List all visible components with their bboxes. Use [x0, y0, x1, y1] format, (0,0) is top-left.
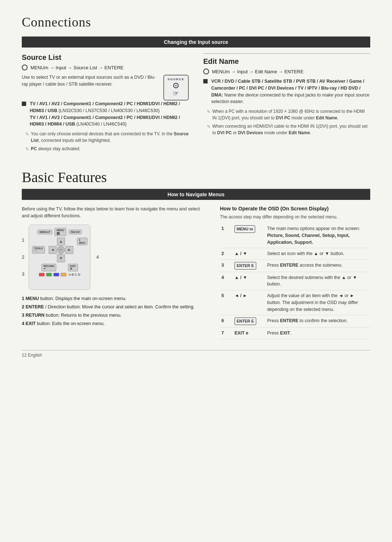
source-bullet-1: TV / AV1 / AV2 / Component1 / Component2…	[22, 100, 189, 128]
note-pencil-icon-1: ✎	[25, 131, 29, 137]
remote-label-4: 4	[96, 254, 99, 260]
circle-icon	[22, 65, 28, 70]
edit-bullet-square-icon	[203, 79, 208, 83]
remote-row-2: TOOLS🔧 ▲ ◄ ↩ ►	[32, 238, 87, 262]
info-btn: ℹINFO	[77, 238, 87, 245]
remote-illustration: 1 2 3 MEDIA.P MENU▤ FAV.CH	[22, 225, 205, 290]
features-left-col: Before using the TV, follow the steps be…	[22, 206, 205, 339]
dpad-corner-tr	[65, 238, 73, 246]
osd-num-7: 7	[220, 327, 233, 339]
source-list-col: Source List MENUm → Input → Source List …	[22, 53, 189, 154]
btn-a	[39, 273, 45, 276]
source-list-path-text: MENUm → Input → Source List → ENTERE	[30, 65, 123, 70]
osd-key-4: ▲ / ▼	[233, 272, 266, 290]
footnote-4: 4 EXIT button: Exits the on-screen menu.	[22, 320, 205, 327]
source-list-menu-path: MENUm → Input → Source List → ENTERE	[22, 65, 189, 70]
remote-label-3: 3	[22, 271, 24, 277]
source-button-icon: SOURCE ⊙ ☞	[163, 75, 189, 100]
osd-table: 1 MENU m The main menu options appear on…	[220, 223, 370, 339]
source-list-title: Source List	[22, 53, 189, 62]
osd-num-4: 4	[220, 272, 233, 290]
remote-number-labels: 1 2 3	[22, 225, 24, 290]
dpad-left: ◄	[49, 246, 57, 254]
footnote-1: 1 MENU button: Displays the main on-scre…	[22, 295, 205, 302]
key-box-6: ENTER E	[234, 317, 256, 325]
osd-num-6: 6	[220, 315, 233, 328]
osd-desc-7: Press EXIT.	[266, 327, 370, 339]
osd-num-2: 2	[220, 248, 233, 260]
features-nav-desc: Before using the TV, follow the steps be…	[22, 206, 205, 219]
osd-key-5: ◄ / ►	[233, 290, 266, 315]
note-pencil-icon-2: ✎	[25, 146, 29, 152]
edit-name-bullet-text: VCR / DVD / Cable STB / Satellite STB / …	[211, 78, 370, 105]
edit-note-2-text: When connecting an HDMI/DVI cable to the…	[212, 123, 370, 136]
osd-desc-6: Press ENTERE to confirm the selection.	[266, 315, 370, 328]
edit-name-bullet-1: VCR / DVD / Cable STB / Satellite STB / …	[203, 78, 370, 105]
dpad-down: ▼	[57, 254, 65, 262]
edit-note-2: ✎ When connecting an HDMI/DVI cable to t…	[203, 123, 370, 136]
connections-title: Connections	[22, 15, 370, 30]
dpad-up: ▲	[57, 238, 65, 246]
footnote-2: 2 ENTERE / Direction button: Move the cu…	[22, 303, 205, 311]
source-list-bullets: TV / AV1 / AV2 / Component1 / Component2…	[22, 100, 189, 128]
osd-desc-1: The main menu options appear on the scre…	[266, 223, 370, 248]
page: Connections Changing the Input source So…	[0, 0, 392, 542]
osd-num-3: 3	[220, 260, 233, 272]
source-note-2: ✎ PC always stay activated.	[22, 145, 189, 152]
edit-name-path-text: MENUm → Input → Edit Name → ENTERE	[212, 69, 303, 74]
connections-dark-header: Changing the Input source	[22, 37, 370, 48]
source-note-2-text: PC always stay activated.	[31, 145, 81, 152]
edit-note-icon-2: ✎	[207, 123, 211, 130]
edit-name-menu-path: MENUm → Input → Edit Name → ENTERE	[203, 69, 370, 74]
dpad-enter: ↩	[57, 246, 65, 254]
osd-key-7: EXIT e	[233, 327, 266, 339]
remote-footnotes: 1 MENU button: Displays the main on-scre…	[22, 295, 205, 327]
source-arrow-icon: ⊙	[172, 82, 179, 90]
remote-image: MEDIA.P MENU▤ FAV.CH TOOLS🔧	[29, 225, 90, 290]
osd-num-1: 1	[220, 223, 233, 248]
fav-ch-btn: FAV.CH	[69, 230, 82, 234]
dpad-corner-tl	[49, 238, 57, 246]
features-right-col: How to Operate the OSD (On Screen Displa…	[220, 206, 370, 339]
page-number-text: 12 English	[22, 353, 42, 358]
osd-subtitle: The access step may differ depending on …	[220, 214, 370, 219]
finger-icon: ☞	[173, 90, 179, 98]
source-note-1-text: You can only choose external devices tha…	[31, 131, 189, 144]
osd-row-1: 1 MENU m The main menu options appear on…	[220, 223, 370, 248]
source-label-text: SOURCE	[168, 78, 184, 81]
edit-name-title: Edit Name	[203, 57, 370, 66]
color-buttons-row: A B C D	[39, 273, 80, 276]
osd-desc-2: Select an icon with the ▲ or ▼ button.	[266, 248, 370, 260]
osd-row-7: 7 EXIT e Press EXIT.	[220, 327, 370, 339]
osd-key-6: ENTER E	[233, 315, 266, 328]
btn-c	[53, 273, 59, 276]
dpad-corner-br	[65, 254, 73, 262]
source-list-desc: Use to select TV or an external input so…	[22, 74, 158, 88]
edit-note-1-text: When a PC with a resolution of 1920 × 10…	[212, 108, 370, 121]
osd-num-5: 5	[220, 290, 233, 315]
edit-name-bullets: VCR / DVD / Cable STB / Satellite STB / …	[203, 78, 370, 105]
osd-title: How to Operate the OSD (On Screen Displa…	[220, 206, 370, 212]
osd-row-6: 6 ENTER E Press ENTERE to confirm the se…	[220, 315, 370, 328]
tools-btn: TOOLS🔧	[32, 246, 45, 254]
features-dark-header: How to Navigate Menus	[22, 189, 370, 200]
dpad-right: ►	[65, 246, 73, 254]
osd-desc-3: Press ENTERE access the submenu.	[266, 260, 370, 272]
osd-row-3: 3 ENTER E Press ENTERE access the submen…	[220, 260, 370, 272]
osd-row-5: 5 ◄ / ► Adjust the value of an item with…	[220, 290, 370, 315]
osd-row-2: 2 ▲ / ▼ Select an icon with the ▲ or ▼ b…	[220, 248, 370, 260]
btn-d	[61, 273, 66, 276]
osd-key-1: MENU m	[233, 223, 266, 248]
connections-two-col: Source List MENUm → Input → Source List …	[22, 53, 370, 154]
media-p-btn: MEDIA.P	[37, 230, 52, 234]
key-box-3: ENTER E	[234, 262, 256, 270]
edit-circle-icon	[203, 69, 209, 74]
page-footnote: 12 English	[22, 350, 370, 358]
footnote-3: 3 RETURN button: Returns to the previous…	[22, 312, 205, 319]
return-btn: RETURN↩	[41, 264, 56, 271]
edit-note-1: ✎ When a PC with a resolution of 1920 × …	[203, 108, 370, 121]
remote-row-1: MEDIA.P MENU▤ FAV.CH	[37, 228, 82, 236]
features-two-col: Before using the TV, follow the steps be…	[22, 206, 370, 339]
remote-label-1: 1	[22, 237, 24, 243]
exit-btn: EXIT⊗	[68, 264, 78, 271]
